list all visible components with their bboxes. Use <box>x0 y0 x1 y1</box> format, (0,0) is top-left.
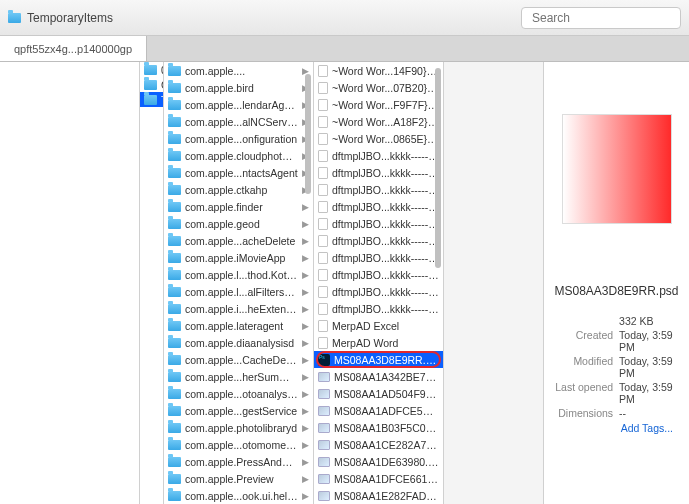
list-item[interactable]: com.apple.cloudphotosd▶ <box>164 147 313 164</box>
list-item[interactable]: dftmplJBO...kkkk--------- <box>314 249 443 266</box>
list-item[interactable]: com.apple.ctkahp▶ <box>164 181 313 198</box>
list-item[interactable]: dftmplJBO...kkkk--------- <box>314 283 443 300</box>
list-item[interactable]: dftmplJBO...kkkk--------- <box>314 215 443 232</box>
meta-key: Created <box>552 329 619 353</box>
item-label: com.apple...otoanalysisd <box>185 388 298 400</box>
path-current-folder[interactable]: TemporaryItems <box>8 11 113 25</box>
folder-icon <box>168 236 181 246</box>
file-icon <box>318 150 328 162</box>
list-item[interactable]: MerpAD Excel <box>314 317 443 334</box>
list-item[interactable]: com.apple...lendarAgent▶ <box>164 96 313 113</box>
list-item[interactable]: com.apple.l...thod.Kotoeri▶ <box>164 266 313 283</box>
list-item[interactable]: com.apple...otomoments▶ <box>164 436 313 453</box>
search-input[interactable] <box>532 11 682 25</box>
list-item[interactable]: com.apple...onfiguration▶ <box>164 130 313 147</box>
list-item[interactable]: com.apple...otoanalysisd▶ <box>164 385 313 402</box>
folder-icon <box>168 202 181 212</box>
column-0[interactable] <box>0 62 140 504</box>
item-label: MerpAD Word <box>332 337 439 349</box>
column-letters[interactable]: 0▶C▶T▶ <box>140 62 164 504</box>
list-item[interactable]: MS08AA1ADFCE5E.png <box>314 402 443 419</box>
meta-last-opened: Today, 3:59 PM <box>619 381 681 405</box>
file-icon <box>318 286 328 298</box>
list-item[interactable]: dftmplJBO...kkkk--------- <box>314 266 443 283</box>
folder-icon <box>168 440 181 450</box>
list-item[interactable]: dftmplJBO...kkkk--------- <box>314 198 443 215</box>
list-item[interactable]: dftmplJBO...kkkk--------- <box>314 164 443 181</box>
item-label: com.apple.lateragent <box>185 320 298 332</box>
column-view: 0▶C▶T▶ com.apple....▶com.apple.bird▶com.… <box>0 62 689 504</box>
list-item[interactable]: dftmplJBO...kkkk--------- <box>314 300 443 317</box>
list-item[interactable]: MS08AA1CE282A7.png <box>314 436 443 453</box>
list-item[interactable]: dftmplJBO...kkkk--------- <box>314 181 443 198</box>
list-item[interactable]: MS08AA1DE63980.png <box>314 453 443 470</box>
list-item[interactable]: com.apple.geod▶ <box>164 215 313 232</box>
list-item[interactable]: com.apple.photolibraryd▶ <box>164 419 313 436</box>
list-item[interactable]: com.apple.PressAndHold▶ <box>164 453 313 470</box>
list-item[interactable]: com.apple.Preview▶ <box>164 470 313 487</box>
file-icon <box>318 320 328 332</box>
list-item[interactable]: com.apple.iMovieApp▶ <box>164 249 313 266</box>
folder-icon <box>168 423 181 433</box>
image-icon <box>318 423 330 433</box>
letter-row[interactable]: 0▶ <box>140 62 163 77</box>
file-icon <box>318 201 328 213</box>
item-label: dftmplJBO...kkkk--------- <box>332 252 439 264</box>
file-icon <box>318 218 328 230</box>
list-item[interactable]: com.apple...alNCService▶ <box>164 113 313 130</box>
list-item[interactable]: MS08AA1B03F5C0.png <box>314 419 443 436</box>
file-icon <box>318 99 328 111</box>
list-item[interactable]: ~Word Wor...07B20}.tmp <box>314 79 443 96</box>
list-item[interactable]: com.apple....▶ <box>164 62 313 79</box>
add-tags-link[interactable]: Add Tags... <box>552 422 681 434</box>
item-label: com.apple.cloudphotosd <box>185 150 298 162</box>
folder-icon <box>168 321 181 331</box>
scrollbar[interactable] <box>436 64 442 502</box>
list-item[interactable]: ~Word Wor...14F90}.tmp <box>314 62 443 79</box>
list-item[interactable]: com.apple.finder▶ <box>164 198 313 215</box>
meta-dimensions: -- <box>619 407 681 419</box>
list-item[interactable]: ~Word Wor...F9F7F}.tmp <box>314 96 443 113</box>
list-item[interactable]: MS08AA1DFCE661.png <box>314 470 443 487</box>
item-label: com.apple.bird <box>185 82 298 94</box>
list-item[interactable]: com.apple...ook.ui.helper▶ <box>164 487 313 504</box>
scrollbar[interactable] <box>306 64 312 502</box>
list-item[interactable]: com.apple.bird▶ <box>164 79 313 96</box>
list-item[interactable]: MS08AA1A342BE7.png <box>314 368 443 385</box>
list-item[interactable]: com.apple.i...heExtension▶ <box>164 300 313 317</box>
letter-row[interactable]: C▶ <box>140 77 163 92</box>
list-item[interactable]: com.apple...CacheDelete▶ <box>164 351 313 368</box>
list-item[interactable]: com.apple...herSummary▶ <box>164 368 313 385</box>
search-field[interactable] <box>521 7 681 29</box>
letter-row[interactable]: T▶ <box>140 92 163 107</box>
list-item[interactable]: MS08AA1AD504F9.png <box>314 385 443 402</box>
list-item[interactable]: MS08AA3D8E9RR.psd <box>314 351 443 368</box>
list-item[interactable]: com.apple...acheDelete▶ <box>164 232 313 249</box>
column-3[interactable]: ~Word Wor...14F90}.tmp~Word Wor...07B20}… <box>314 62 444 504</box>
list-item[interactable]: dftmplJBO...kkkk--------- <box>314 232 443 249</box>
list-item[interactable]: MerpAD Word <box>314 334 443 351</box>
item-label: ~Word Wor...A18F2}.tmp <box>332 116 439 128</box>
item-label: com.apple.photolibraryd <box>185 422 298 434</box>
list-item[interactable]: dftmplJBO...kkkk--------- <box>314 147 443 164</box>
list-item[interactable]: MS08AA1E282FAD.png <box>314 487 443 504</box>
item-label: com.apple...acheDelete <box>185 235 298 247</box>
item-label: com.apple...alNCService <box>185 116 298 128</box>
list-item[interactable]: com.apple.lateragent▶ <box>164 317 313 334</box>
list-item[interactable]: ~Word Wor...0865E}.tmp <box>314 130 443 147</box>
image-icon <box>318 389 330 399</box>
scroll-thumb[interactable] <box>435 68 441 268</box>
image-icon <box>318 474 330 484</box>
column-2[interactable]: com.apple....▶com.apple.bird▶com.apple..… <box>164 62 314 504</box>
window-tab[interactable]: qpft55zx4g...p140000gp <box>0 36 147 61</box>
list-item[interactable]: com.apple.diaanalysisd▶ <box>164 334 313 351</box>
scroll-thumb[interactable] <box>305 74 311 194</box>
list-item[interactable]: com.apple...gestService▶ <box>164 402 313 419</box>
item-label: MS08AA1B03F5C0.png <box>334 422 439 434</box>
folder-icon <box>144 65 157 75</box>
folder-icon <box>168 270 181 280</box>
list-item[interactable]: com.apple...ntactsAgent▶ <box>164 164 313 181</box>
list-item[interactable]: com.apple.l...alFiltersXPC▶ <box>164 283 313 300</box>
file-icon <box>318 82 328 94</box>
list-item[interactable]: ~Word Wor...A18F2}.tmp <box>314 113 443 130</box>
